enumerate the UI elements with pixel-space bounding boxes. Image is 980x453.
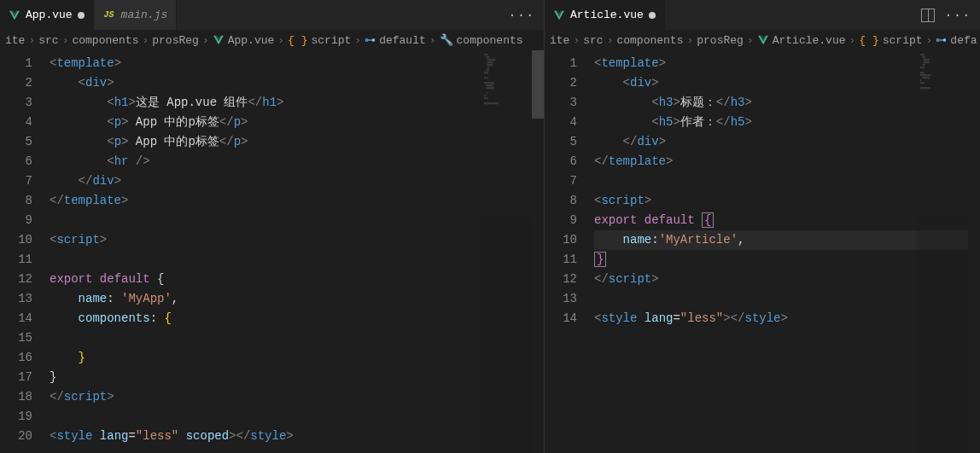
crumb[interactable]: components [616,34,683,47]
code-content[interactable]: <template> <div> <h1>这是 App.vue 组件</h1> … [50,50,544,453]
editor-pane-left: App.vue JS main.js ··· ite› src› compone… [0,0,545,453]
tab-label: App.vue [26,9,73,21]
crumb[interactable]: ⊶ defa [936,33,977,47]
code-editor[interactable]: 1234567891011121314 <template> <div> <h3… [545,50,980,453]
braces-icon: { } [288,34,307,47]
chevron-right-icon: › [686,34,693,47]
crumb[interactable]: src [583,34,603,47]
chevron-right-icon: › [277,34,284,47]
link-icon: ⊶ [936,33,947,47]
tab-article-vue[interactable]: Article.vue [545,0,665,30]
chevron-right-icon: › [926,34,933,47]
link-icon: ⊶ [365,33,376,47]
dirty-indicator-icon [78,12,85,19]
vue-icon [9,9,20,21]
crumb[interactable]: Article.vue [757,34,846,47]
chevron-right-icon: › [354,34,361,47]
wrench-icon: 🔧 [440,33,453,47]
tab-label: main.js [121,9,168,21]
chevron-right-icon: › [849,34,856,47]
crumb[interactable]: { } script [288,34,351,47]
breadcrumb[interactable]: ite› src› components› prosReg› App.vue› … [0,30,544,50]
crumb[interactable]: ite [550,34,569,47]
tab-app-vue[interactable]: App.vue [0,0,94,30]
vue-icon [757,34,769,46]
scroll-thumb[interactable] [532,50,544,119]
chevron-right-icon: › [142,34,149,47]
tab-main-js[interactable]: JS main.js [94,0,178,30]
minimap[interactable]: ████ ███ ████████ ██████ ██████ ██ ███ █… [481,50,532,453]
more-actions-icon[interactable]: ··· [945,9,971,22]
more-actions-icon[interactable]: ··· [509,9,535,22]
chevron-right-icon: › [573,34,580,47]
tab-actions: ··· [913,0,980,30]
crumb[interactable]: prosReg [697,34,744,47]
js-icon: JS [102,9,116,21]
code-editor[interactable]: 1234567891011121314151617181920 <templat… [0,50,544,453]
scrollbar[interactable] [968,50,980,453]
crumb[interactable]: App.vue [213,34,275,47]
crumb[interactable]: prosReg [152,34,199,47]
braces-icon: { } [859,34,878,47]
split-editor-icon[interactable] [921,9,935,22]
tab-bar: App.vue JS main.js ··· [0,0,544,30]
crumb[interactable]: components [72,34,138,47]
breadcrumb[interactable]: ite› src› components› prosReg› Article.v… [545,30,980,50]
crumb[interactable]: { } script [859,34,922,47]
chevron-right-icon: › [747,34,754,47]
scrollbar[interactable] [532,50,544,453]
line-gutter: 1234567891011121314151617181920 [0,50,50,453]
crumb[interactable]: 🔧 components [440,33,523,47]
editor-pane-right: Article.vue ··· ite› src› components› pr… [545,0,980,453]
chevron-right-icon: › [62,34,69,47]
tab-label: Article.vue [570,9,644,21]
chevron-right-icon: › [429,34,436,47]
minimap[interactable]: ████ ███ ██████ ██████ ███ ████ ████ ███… [917,50,968,453]
tab-bar: Article.vue ··· [545,0,980,30]
tab-actions: ··· [500,0,544,30]
vue-icon [553,9,565,21]
line-gutter: 1234567891011121314 [545,50,594,453]
crumb[interactable]: ⊶ default [365,33,426,47]
vue-icon [213,34,225,46]
chevron-right-icon: › [28,34,35,47]
crumb[interactable]: ite [5,34,25,47]
crumb[interactable]: src [38,34,58,47]
dirty-indicator-icon [649,12,656,19]
chevron-right-icon: › [202,34,209,47]
chevron-right-icon: › [607,34,614,47]
